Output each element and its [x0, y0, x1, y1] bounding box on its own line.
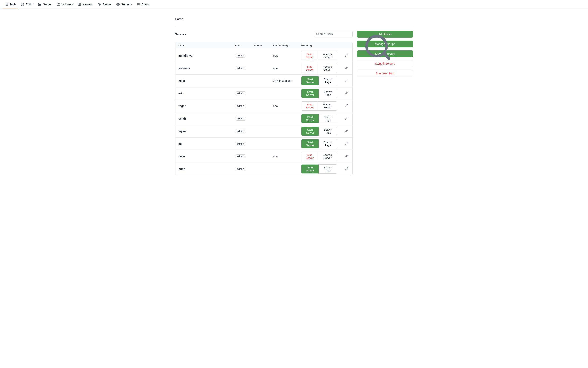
- access-server-button[interactable]: Access Server: [318, 152, 337, 161]
- server-action-group: Stop ServerAccess Server: [301, 51, 337, 60]
- nav-events[interactable]: Events: [95, 0, 114, 9]
- user-cell: brian: [175, 163, 232, 175]
- running-cell: Start ServerSpawn Page: [298, 87, 340, 100]
- server-cell: [251, 75, 270, 87]
- server-cell: [251, 62, 270, 75]
- last-activity-cell: now: [270, 49, 298, 62]
- edit-user-button[interactable]: [344, 166, 349, 172]
- last-activity-cell: 24 minutes ago: [270, 75, 298, 87]
- grid-icon: [5, 3, 9, 6]
- nav-editor[interactable]: Editor: [18, 0, 36, 9]
- pencil-icon: [345, 104, 348, 108]
- edit-user-button[interactable]: [344, 78, 349, 83]
- pencil-icon: [345, 155, 348, 158]
- shutdown-hub-button[interactable]: Shutdown Hub: [357, 70, 413, 77]
- folder-icon: [57, 3, 60, 6]
- edit-user-button[interactable]: [344, 103, 349, 109]
- start-server-button[interactable]: Start Server: [301, 76, 319, 85]
- role-badge: admin: [235, 142, 246, 146]
- pencil-icon: [345, 54, 348, 57]
- pencil-icon: [345, 167, 348, 171]
- edit-cell: [340, 100, 352, 112]
- running-cell: Start ServerSpawn Page: [298, 138, 340, 150]
- pencil-icon: [345, 92, 348, 95]
- server-action-group: Stop ServerAccess Server: [301, 152, 337, 161]
- col-header[interactable]: Last Activity: [270, 42, 298, 49]
- edit-user-button[interactable]: [344, 154, 349, 159]
- spawn-page-button[interactable]: Spawn Page: [319, 76, 337, 85]
- table-row: edadminStart ServerSpawn Page: [175, 138, 352, 150]
- spawn-page-button[interactable]: Spawn Page: [319, 139, 337, 148]
- running-cell: Start ServerSpawn Page: [298, 163, 340, 175]
- col-header[interactable]: Server: [251, 42, 270, 49]
- start-server-button[interactable]: Start Server: [301, 127, 319, 136]
- col-header[interactable]: Running: [298, 42, 340, 49]
- edit-user-button[interactable]: [344, 141, 349, 147]
- running-cell: Start ServerSpawn Page: [298, 75, 340, 87]
- nav-label: Kernels: [83, 3, 93, 6]
- spawn-page-button[interactable]: Spawn Page: [319, 114, 337, 123]
- edit-cell: [340, 125, 352, 138]
- last-activity-cell: [270, 87, 298, 100]
- user-cell: smith: [175, 112, 232, 125]
- user-cell: taylor: [175, 125, 232, 138]
- spawn-page-button[interactable]: Spawn Page: [319, 89, 337, 98]
- start-server-button[interactable]: Start Server: [301, 165, 319, 173]
- start-server-button[interactable]: Start Server: [301, 114, 319, 123]
- nav-about[interactable]: About: [134, 0, 152, 9]
- edit-user-button[interactable]: [344, 65, 349, 71]
- access-server-button[interactable]: Access Server: [318, 101, 337, 110]
- search-input[interactable]: [314, 31, 353, 37]
- table-row: brianadminStart ServerSpawn Page: [175, 163, 352, 175]
- breadcrumb[interactable]: Home: [175, 17, 413, 26]
- top-nav: HubEditorServerVolumesKernelsEventsSetti…: [0, 0, 588, 9]
- edit-user-button[interactable]: [344, 91, 349, 96]
- role-badge: admin: [235, 104, 246, 108]
- server-icon: [38, 3, 41, 6]
- server-action-group: Start ServerSpawn Page: [301, 76, 337, 85]
- stop-server-button[interactable]: Stop Server: [301, 64, 318, 73]
- table-row: tayloradminStart ServerSpawn Page: [175, 125, 352, 138]
- table-row: hello24 minutes agoStart ServerSpawn Pag…: [175, 75, 352, 87]
- spawn-page-button[interactable]: Spawn Page: [319, 127, 337, 136]
- nav-volumes[interactable]: Volumes: [55, 0, 76, 9]
- role-cell: admin: [232, 125, 251, 138]
- stop-server-button[interactable]: Stop Server: [301, 101, 318, 110]
- servers-table: UserRoleServerLast ActivityRunning im-ad…: [175, 42, 353, 175]
- last-activity-cell: now: [270, 100, 298, 112]
- server-cell: [251, 150, 270, 163]
- edit-cell: [340, 62, 352, 75]
- table-row: test-useradminnowStop ServerAccess Serve…: [175, 62, 352, 75]
- start-server-button[interactable]: Start Server: [301, 89, 319, 98]
- server-action-group: Start ServerSpawn Page: [301, 164, 337, 174]
- running-cell: Start ServerSpawn Page: [298, 125, 340, 138]
- table-row: ericadminStart ServerSpawn Page: [175, 87, 352, 100]
- nav-settings[interactable]: Settings: [114, 0, 134, 9]
- nav-hub[interactable]: Hub: [3, 0, 18, 9]
- stop-server-button[interactable]: Stop Server: [301, 51, 318, 60]
- role-badge: admin: [235, 117, 246, 121]
- role-badge: admin: [235, 167, 246, 171]
- edit-user-button[interactable]: [344, 129, 349, 134]
- gear-icon: [21, 3, 24, 6]
- edit-cell: [340, 150, 352, 163]
- server-cell: [251, 87, 270, 100]
- access-server-button[interactable]: Access Server: [318, 51, 337, 60]
- role-cell: admin: [232, 138, 251, 150]
- edit-cell: [340, 87, 352, 100]
- nav-kernels[interactable]: Kernels: [75, 0, 95, 9]
- user-cell: hello: [175, 75, 232, 87]
- server-cell: [251, 125, 270, 138]
- col-header[interactable]: Role: [232, 42, 251, 49]
- start-server-button[interactable]: Start Server: [301, 139, 319, 148]
- edit-cell: [340, 112, 352, 125]
- stop-server-button[interactable]: Stop Server: [301, 152, 318, 161]
- nav-label: Events: [102, 3, 112, 6]
- panel-title: Servers: [175, 32, 186, 36]
- edit-user-button[interactable]: [344, 116, 349, 121]
- access-server-button[interactable]: Access Server: [318, 64, 337, 73]
- role-cell: admin: [232, 150, 251, 163]
- col-header[interactable]: User: [175, 42, 232, 49]
- nav-server[interactable]: Server: [36, 0, 54, 9]
- spawn-page-button[interactable]: Spawn Page: [319, 165, 337, 173]
